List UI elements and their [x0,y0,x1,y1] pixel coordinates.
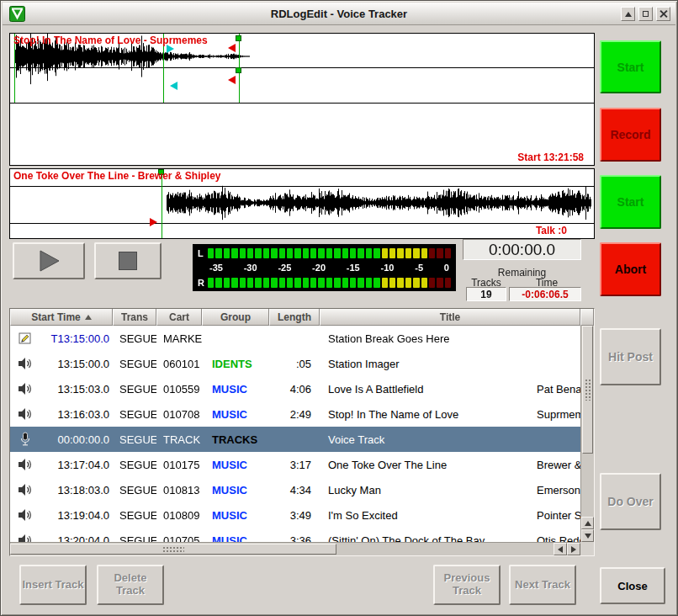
deck1-waveform-canvas [10,34,594,165]
row-start-time: 13:20:04.0 [40,534,113,543]
column-header-cart[interactable]: Cart [156,309,202,326]
row-start-time: 13:19:04.0 [40,509,113,522]
maximize-button[interactable] [638,7,653,21]
hit-post-button[interactable]: Hit Post [600,328,661,385]
log-row[interactable]: 13:15:03.0 SEGUE 010559 MUSIC 4:06 Love … [10,376,580,401]
row-group: TRACKS [202,433,269,446]
segue-flag-top-icon[interactable] [228,44,236,52]
row-cart-number: TRACK [156,433,202,446]
row-transition: SEGUE [113,383,156,396]
start-deck1-button[interactable]: Start [600,40,661,93]
stop-icon [119,252,137,270]
row-group: MUSIC [202,459,269,471]
row-start-time: 13:15:03.0 [40,383,113,396]
previous-track-button[interactable]: Previous Track [433,565,501,605]
titlebar[interactable]: RDLogEdit - Voice Tracker [3,3,675,25]
arrow-up-icon [585,521,591,526]
log-table-body: T13:15:00.0 SEGUE MARKER Station Break G… [10,326,580,542]
column-header-group[interactable]: Group [202,309,269,326]
log-table-header: Start TimeTransCartGroupLengthTitle [10,309,594,326]
do-over-button[interactable]: Do Over [600,473,661,530]
remaining-tracks-value: 19 [466,287,506,301]
log-row[interactable]: 13:19:04.0 SEGUE 010809 MUSIC 3:49 I'm S… [10,502,580,528]
segue-flag-bottom-icon[interactable] [228,76,236,84]
delete-track-button[interactable]: Delete Track [97,565,164,605]
row-length: :05 [269,358,320,370]
close-window-button[interactable] [656,7,670,21]
row-title: One Toke Over The Line [320,459,527,471]
row-title: Station Break Goes Here [320,332,527,345]
log-row[interactable]: 13:17:04.0 SEGUE 010175 MUSIC 3:17 One T… [10,452,580,477]
deck1-start-time-label: Start 13:21:58 [517,151,584,163]
voice-tracker-window: RDLogEdit - Voice Tracker Stop! In The N… [0,0,678,616]
scroll-left-button[interactable] [554,543,567,555]
horizontal-scrollbar[interactable] [10,542,580,555]
play-button[interactable] [13,242,85,279]
speaker-icon [10,508,40,522]
row-group: MUSIC [202,383,269,396]
close-button[interactable]: Close [600,567,665,604]
log-row[interactable]: 00:00:00.0 SEGUE TRACK TRACKS Voice Trac… [10,427,580,452]
audio-level-meter: L -35-30-25-20-15-10-50 R [193,244,456,291]
row-length: 3:49 [269,509,320,522]
meter-left-segments [208,248,451,258]
stop-button[interactable] [94,242,162,279]
log-row[interactable]: 13:18:03.0 SEGUE 010813 MUSIC 4:34 Lucky… [10,477,580,502]
row-artist: Pat Benatar [527,383,580,396]
row-transition: SEGUE [113,459,156,471]
speaker-icon [10,407,40,421]
arrow-down-icon [585,534,591,539]
fade-handle-top-icon[interactable] [236,35,241,41]
column-header-title[interactable]: Title [320,309,580,326]
vertical-scrollbar-thumb[interactable] [582,326,593,454]
scrollbar-grip-icon [585,379,591,401]
insert-track-button[interactable]: Insert Track [19,565,87,605]
abort-button[interactable]: Abort [600,242,661,296]
row-group: IDENTS [202,358,269,370]
scrollbar-corner [580,542,594,555]
row-transition: SEGUE [113,509,156,522]
row-length: 2:49 [269,408,320,421]
log-row[interactable]: T13:15:00.0 SEGUE MARKER Station Break G… [10,326,580,351]
deck1-waveform-panel[interactable]: Stop! In The Name of Love - Suprmemes St… [9,33,595,166]
fade-handle-bottom-icon[interactable] [236,67,241,73]
scroll-right-button[interactable] [567,543,580,555]
row-group: MUSIC [202,408,269,421]
row-cart-number: 010708 [156,408,202,421]
talk-marker-out-icon[interactable] [170,82,177,90]
speaker-icon [10,382,40,396]
vertical-scrollbar[interactable] [580,326,594,542]
scroll-up-button[interactable] [581,517,594,529]
record-button[interactable]: Record [600,108,661,162]
log-row[interactable]: 13:16:03.0 SEGUE 010708 MUSIC 2:49 Stop!… [10,401,580,427]
row-length: 3:36 [269,534,320,543]
row-artist: Brewer & Shipley [527,459,580,471]
row-start-time: T13:15:00.0 [40,332,113,345]
row-transition: SEGUE [113,534,156,543]
row-title: (Sittin' On) The Dock of The Bay [320,534,527,543]
meter-left-row: L [198,247,451,258]
shade-button[interactable] [621,7,635,21]
log-row[interactable]: 13:20:04.0 SEGUE 010705 MUSIC 3:36 (Sitt… [10,528,580,542]
row-title: Voice Track [320,433,527,446]
horizontal-scrollbar-thumb[interactable] [10,544,336,555]
meter-right-label: R [198,278,208,288]
row-cart-number: 010175 [156,459,202,471]
column-header-length[interactable]: Length [269,309,320,326]
shade-icon [625,12,632,17]
start-deck2-button[interactable]: Start [600,175,661,229]
deck2-waveform-panel[interactable]: One Toke Over The Line - Brewer & Shiple… [9,168,595,239]
row-transition: SEGUE [113,408,156,421]
deck2-start-flag-icon[interactable] [150,218,157,226]
scroll-down-button[interactable] [581,529,594,542]
column-header-start-time[interactable]: Start Time [10,309,113,326]
microphone-icon [10,432,40,448]
column-header-stub [580,309,594,326]
row-start-time: 13:17:04.0 [40,459,113,471]
log-row[interactable]: 13:15:00.0 SEGUE 060101 IDENTS :05 Stati… [10,351,580,376]
next-track-button[interactable]: Next Track [509,565,576,605]
marker-icon [10,332,40,345]
row-title: Love Is A Battlefield [320,383,527,396]
row-artist: Suprmemes [527,408,580,421]
column-header-trans[interactable]: Trans [113,309,156,326]
